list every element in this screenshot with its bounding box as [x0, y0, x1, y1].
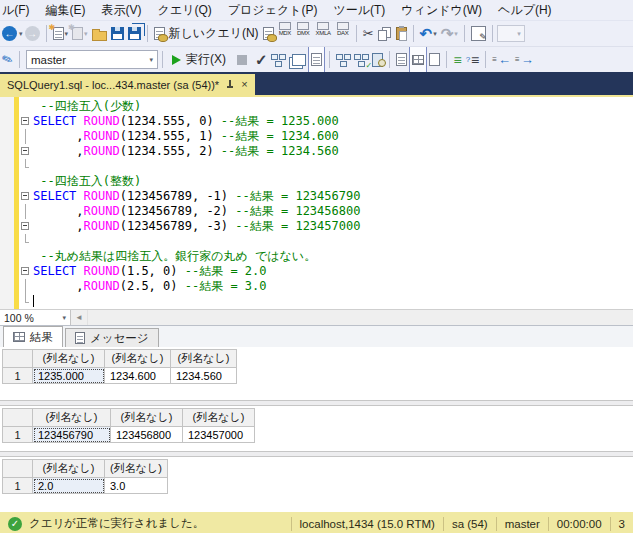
results-to-grid-toggle[interactable] [409, 46, 427, 72]
fold-minus-icon[interactable] [19, 219, 33, 234]
menu-item[interactable]: 編集(E) [38, 0, 94, 21]
code-line[interactable]: ,ROUND(1234.555, 1) --結果 = 1234.600 [19, 129, 633, 144]
menu-item[interactable]: クエリ(Q) [150, 0, 220, 21]
corner-cell[interactable] [3, 409, 33, 427]
query-options-button[interactable] [287, 48, 308, 71]
include-actual-plan-button[interactable]: ✓ [352, 48, 370, 71]
undo-caret[interactable]: ▾ [433, 30, 437, 37]
code-line[interactable] [19, 159, 633, 174]
menu-item[interactable]: 表示(V) [94, 0, 150, 21]
disabled-combo[interactable]: ▾ [497, 25, 525, 42]
undo-button[interactable]: ↶▾ [418, 22, 439, 45]
redo-button[interactable]: ↷▾ [439, 22, 460, 45]
execute-button[interactable]: 実行(X) [167, 48, 231, 71]
query-type-button-dax[interactable]: DAX [334, 22, 352, 45]
menu-item[interactable]: ウィンドウ(W) [393, 0, 490, 21]
code-line[interactable]: ,ROUND(2.5, 0) --結果 = 3.0 [19, 279, 633, 294]
code-line[interactable]: SELECT ROUND(1234.555, 0) --結果 = 1235.00… [19, 114, 633, 129]
fold-minus-icon[interactable] [19, 189, 33, 204]
column-header[interactable]: (列名なし) [105, 350, 171, 368]
grid-cell[interactable]: 1234.600 [105, 368, 171, 384]
code-area[interactable]: --四捨五入(少数)SELECT ROUND(1234.555, 0) --結果… [19, 99, 633, 309]
code-line[interactable]: ,ROUND(1234.555, 2) --結果 = 1234.560 [19, 144, 633, 159]
grid-cell[interactable]: 123456790 [33, 427, 111, 443]
copy-button[interactable] [376, 22, 394, 45]
intellisense-toggle[interactable] [308, 46, 325, 72]
comment-button[interactable]: ≡ [451, 48, 463, 71]
decrease-indent-button[interactable]: ≡← [490, 48, 513, 71]
query-type-button-dmx[interactable]: DMX [294, 22, 312, 45]
grid-cell[interactable]: 2.0 [33, 478, 105, 494]
column-header[interactable]: (列名なし) [183, 409, 255, 427]
query-type-button-mdx[interactable]: MDX [276, 22, 294, 45]
query-type-button-xmla[interactable]: XMLA [313, 22, 334, 45]
estimated-plan-button[interactable] [269, 48, 287, 71]
fold-minus-icon[interactable] [19, 264, 33, 279]
open-file-button[interactable] [90, 22, 109, 45]
code-line[interactable]: ,ROUND(123456789, -2) --結果 = 123456800 [19, 204, 633, 219]
save-button[interactable] [109, 22, 126, 45]
available-databases-combo[interactable]: master ▾ [26, 50, 158, 69]
code-line[interactable]: --四捨五入(少数) [19, 99, 633, 114]
corner-cell[interactable] [3, 350, 33, 368]
corner-cell[interactable] [3, 460, 33, 478]
column-header[interactable]: (列名なし) [111, 409, 183, 427]
generate-script-button[interactable] [469, 22, 488, 45]
toolbar-separator [413, 25, 414, 42]
new-query-button[interactable]: 新しいクエリ(N) [152, 22, 261, 45]
change-connection-button[interactable]: ✎ [0, 48, 15, 71]
parse-button[interactable]: ✓ [253, 48, 270, 71]
navigate-back-button[interactable]: ← [0, 22, 19, 45]
hscroll-left-button[interactable]: ◄ [71, 310, 88, 325]
add-item-button[interactable]: ✱▾ [70, 22, 90, 45]
code-line[interactable]: --四捨五入(整数) [19, 174, 633, 189]
grid-cell[interactable]: 3.0 [105, 478, 168, 494]
grid-cell[interactable]: 123457000 [183, 427, 255, 443]
live-query-stats-button[interactable] [370, 48, 385, 71]
code-line[interactable]: SELECT ROUND(123456789, -1) --結果 = 12345… [19, 189, 633, 204]
uncomment-button[interactable]: ?≡ [464, 48, 482, 71]
redo-caret[interactable]: ▾ [454, 30, 458, 37]
column-header[interactable]: (列名なし) [105, 460, 168, 478]
code-line[interactable]: SELECT ROUND(1.5, 0) --結果 = 2.0 [19, 264, 633, 279]
results-to-text-button[interactable] [394, 48, 409, 71]
column-header[interactable]: (列名なし) [33, 350, 105, 368]
menu-item[interactable]: ヘルプ(H) [490, 0, 560, 21]
navigate-forward-button[interactable]: → [23, 22, 42, 45]
document-tab[interactable]: SQLQuery1.sql - loc...434.master (sa (54… [0, 74, 255, 95]
column-header[interactable]: (列名なし) [33, 409, 111, 427]
paste-button[interactable] [394, 22, 409, 45]
fold-minus-icon[interactable] [19, 144, 33, 159]
row-header[interactable]: 1 [3, 478, 33, 494]
grid-cell[interactable]: 1234.560 [171, 368, 237, 384]
code-line[interactable]: --丸め結果は四捨五入。銀行家の丸め ではない。 [19, 249, 633, 264]
results-to-file-button[interactable] [427, 48, 442, 71]
grid-cell[interactable]: 1235.000 [33, 368, 105, 384]
specify-template-values-button[interactable] [334, 48, 352, 71]
hscroll-track[interactable] [88, 310, 633, 325]
database-engine-query-button[interactable] [261, 22, 276, 45]
grid-cell[interactable]: 123456800 [111, 427, 183, 443]
cancel-query-button[interactable] [231, 48, 253, 71]
menu-item[interactable]: ル(F) [0, 0, 38, 21]
column-header[interactable]: (列名なし) [171, 350, 237, 368]
editor-zoom-combo[interactable]: 100 % ▾ [0, 310, 71, 325]
menu-item[interactable]: ツール(T) [325, 0, 393, 21]
sql-editor[interactable]: --四捨五入(少数)SELECT ROUND(1234.555, 0) --結果… [0, 97, 633, 309]
add-item-caret[interactable]: ▾ [84, 30, 88, 37]
row-header[interactable]: 1 [3, 368, 33, 384]
close-icon[interactable]: × [241, 79, 247, 90]
save-all-button[interactable] [126, 22, 143, 45]
tab-messages[interactable]: メッセージ [65, 328, 159, 347]
tab-results[interactable]: 結果 [3, 326, 63, 347]
fold-minus-icon[interactable] [19, 114, 33, 129]
cut-button[interactable]: ✂ [361, 22, 376, 45]
column-header[interactable]: (列名なし) [33, 460, 105, 478]
code-line[interactable]: ,ROUND(123456789, -3) --結果 = 123457000 [19, 219, 633, 234]
code-line[interactable] [19, 234, 633, 249]
increase-indent-button[interactable]: ≡→ [513, 48, 536, 71]
row-header[interactable]: 1 [3, 427, 33, 443]
code-line[interactable] [19, 294, 633, 309]
menu-item[interactable]: プロジェクト(P) [220, 0, 326, 21]
pin-icon[interactable] [226, 80, 234, 90]
